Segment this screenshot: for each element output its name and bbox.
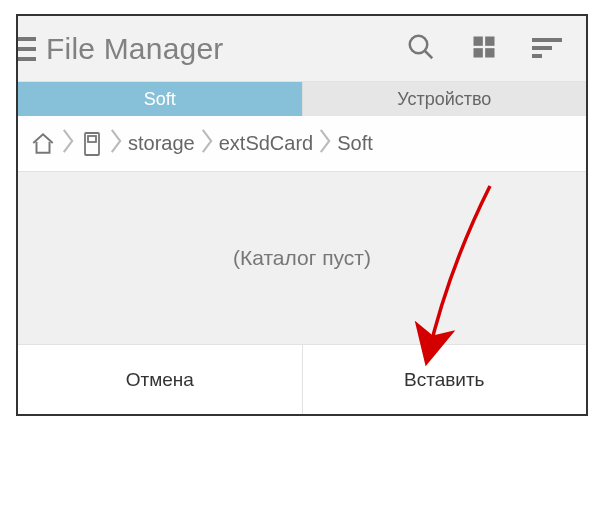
chevron-right-icon (200, 127, 214, 160)
storage-device-icon[interactable] (78, 130, 106, 158)
svg-rect-10 (88, 136, 96, 142)
svg-rect-8 (532, 54, 542, 58)
tab-label: Soft (144, 89, 176, 110)
svg-rect-7 (532, 46, 552, 50)
cancel-button[interactable]: Отмена (18, 345, 303, 414)
tab-label: Устройство (397, 89, 491, 110)
svg-line-1 (425, 50, 433, 58)
paste-button[interactable]: Вставить (303, 345, 587, 414)
chevron-right-icon (61, 127, 75, 160)
svg-rect-4 (474, 48, 483, 57)
search-icon[interactable] (406, 32, 436, 66)
menu-icon[interactable] (16, 37, 36, 61)
content-area: (Каталог пуст) (18, 172, 586, 344)
chevron-right-icon (318, 127, 332, 160)
breadcrumb: storage extSdCard Soft (18, 116, 586, 172)
breadcrumb-storage[interactable]: storage (126, 132, 197, 155)
titlebar: File Manager (18, 16, 586, 82)
chevron-right-icon (109, 127, 123, 160)
tabs: Soft Устройство (18, 82, 586, 116)
sort-icon[interactable] (532, 35, 564, 63)
title-actions (406, 32, 582, 66)
app-title: File Manager (46, 32, 406, 66)
svg-rect-5 (485, 48, 494, 57)
svg-rect-3 (485, 36, 494, 45)
tab-soft[interactable]: Soft (18, 82, 303, 116)
home-icon[interactable] (28, 131, 58, 157)
svg-rect-6 (532, 38, 562, 42)
breadcrumb-soft[interactable]: Soft (335, 132, 375, 155)
grid-view-icon[interactable] (470, 33, 498, 65)
breadcrumb-extsdcard[interactable]: extSdCard (217, 132, 316, 155)
tab-device[interactable]: Устройство (303, 82, 587, 116)
empty-folder-message: (Каталог пуст) (233, 246, 371, 270)
footer-actions: Отмена Вставить (18, 344, 586, 414)
file-manager-window: File Manager (16, 14, 588, 416)
svg-rect-2 (474, 36, 483, 45)
svg-point-0 (410, 35, 428, 53)
